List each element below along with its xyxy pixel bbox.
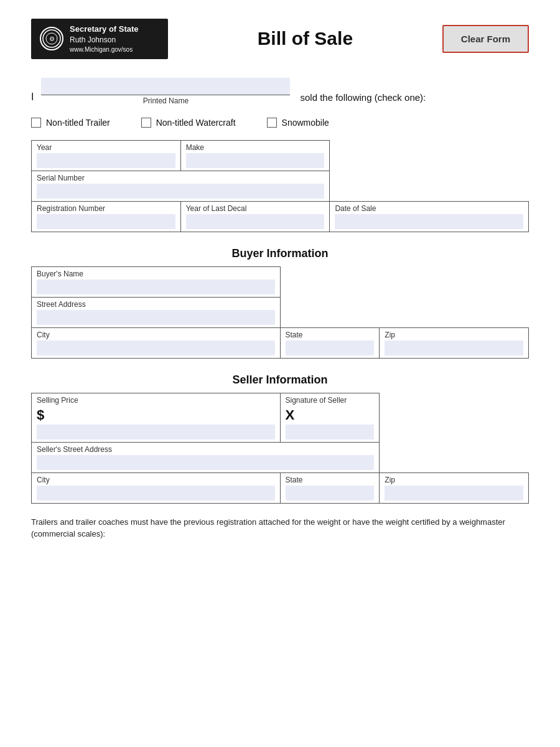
- year-label: Year: [37, 143, 175, 152]
- buyer-zip-cell: Zip: [380, 327, 529, 358]
- date-of-sale-input[interactable]: [335, 214, 523, 229]
- seller-city-input[interactable]: [37, 486, 275, 500]
- seller-zip-cell: Zip: [380, 472, 529, 503]
- selling-price-input[interactable]: [37, 425, 275, 439]
- make-input[interactable]: [186, 153, 325, 168]
- logo-name: Ruth Johnson: [70, 35, 139, 45]
- serial-number-label: Serial Number: [37, 174, 324, 182]
- registration-number-cell: Registration Number: [32, 201, 181, 232]
- svg-text:⚙: ⚙: [49, 35, 55, 42]
- clear-form-button[interactable]: Clear Form: [442, 25, 529, 53]
- date-of-sale-cell: Date of Sale: [330, 201, 529, 232]
- seller-zip-input[interactable]: [385, 486, 523, 500]
- buyer-name-cell: Buyer's Name: [32, 266, 281, 297]
- buyer-city-label: City: [37, 331, 275, 339]
- checkbox-row: Non-titled Trailer Non-titled Watercraft…: [31, 118, 529, 128]
- buyer-zip-input[interactable]: [385, 341, 523, 355]
- seller-city-state-zip-row: City State Zip: [32, 472, 529, 503]
- seal-icon: ⚙: [40, 27, 63, 50]
- buyer-zip-label: Zip: [385, 331, 523, 339]
- buyer-state-cell: State: [280, 327, 380, 358]
- buyer-name-label: Buyer's Name: [37, 270, 275, 278]
- seller-street-row: Seller's Street Address: [32, 442, 529, 472]
- checkbox-non-titled-trailer-input[interactable]: [31, 118, 41, 128]
- page-header: ⚙ Secretary of State Ruth Johnson www.Mi…: [31, 19, 529, 59]
- buyer-city-cell: City: [32, 327, 281, 358]
- printed-name-section: I Printed Name sold the following (check…: [31, 78, 529, 105]
- checkbox-non-titled-trailer[interactable]: Non-titled Trailer: [31, 118, 110, 128]
- price-dollar-symbol: $: [37, 407, 275, 423]
- seller-zip-label: Zip: [385, 476, 523, 484]
- vehicle-table: Year Make Serial Number Registration Num…: [31, 140, 529, 232]
- logo-text: Secretary of State Ruth Johnson www.Mich…: [70, 24, 139, 54]
- year-last-decal-label: Year of Last Decal: [186, 204, 325, 213]
- year-input[interactable]: [37, 153, 175, 168]
- registration-number-input[interactable]: [37, 214, 175, 229]
- seller-price-sig-row: Selling Price $ Signature of Seller X: [32, 393, 529, 442]
- seller-section-title: Seller Information: [31, 374, 529, 387]
- seller-city-label: City: [37, 476, 275, 484]
- buyer-city-state-zip-row: City State Zip: [32, 327, 529, 358]
- selling-price-label: Selling Price: [37, 396, 275, 405]
- buyer-street-input[interactable]: [37, 310, 275, 325]
- vehicle-row-reg-decal-sale: Registration Number Year of Last Decal D…: [32, 201, 529, 232]
- sig-x-mark: X: [286, 407, 375, 423]
- logo-box: ⚙ Secretary of State Ruth Johnson www.Mi…: [31, 19, 168, 59]
- checkbox-non-titled-watercraft-input[interactable]: [141, 118, 151, 128]
- buyer-street-row: Street Address: [32, 297, 529, 327]
- seller-state-cell: State: [280, 472, 380, 503]
- seller-street-label: Seller's Street Address: [37, 445, 374, 454]
- checkbox-snowmobile[interactable]: Snowmobile: [267, 118, 329, 128]
- buyer-name-row: Buyer's Name: [32, 266, 529, 297]
- logo-url: www.Michigan.gov/sos: [70, 45, 139, 54]
- buyer-street-label: Street Address: [37, 300, 275, 309]
- serial-number-input[interactable]: [37, 184, 324, 199]
- page-title: Bill of Sale: [168, 28, 442, 49]
- seller-street-input[interactable]: [37, 455, 374, 470]
- buyer-name-input[interactable]: [37, 280, 275, 294]
- buyer-street-cell: Street Address: [32, 297, 281, 327]
- printed-name-input[interactable]: [41, 78, 290, 95]
- serial-number-cell: Serial Number: [32, 171, 330, 201]
- printed-name-label: Printed Name: [143, 96, 189, 105]
- vehicle-row-year-make: Year Make: [32, 140, 529, 171]
- seller-signature-input[interactable]: [286, 425, 375, 439]
- i-label: I: [31, 92, 34, 103]
- buyer-state-label: State: [286, 331, 375, 339]
- buyer-city-input[interactable]: [37, 341, 275, 355]
- buyer-section-title: Buyer Information: [31, 247, 529, 260]
- selling-price-cell: Selling Price $: [32, 393, 281, 442]
- seller-table: Selling Price $ Signature of Seller X Se…: [31, 393, 529, 504]
- checkbox-snowmobile-input[interactable]: [267, 118, 277, 128]
- registration-number-label: Registration Number: [37, 204, 175, 213]
- signature-of-seller-cell: Signature of Seller X: [280, 393, 380, 442]
- year-last-decal-cell: Year of Last Decal: [180, 201, 330, 232]
- logo-org: Secretary of State: [70, 24, 139, 35]
- seller-state-label: State: [286, 476, 375, 484]
- checkbox-non-titled-watercraft[interactable]: Non-titled Watercraft: [141, 118, 236, 128]
- year-last-decal-input[interactable]: [186, 214, 325, 229]
- seller-city-cell: City: [32, 472, 281, 503]
- vehicle-row-serial: Serial Number: [32, 171, 529, 201]
- make-label: Make: [186, 143, 325, 152]
- seller-state-input[interactable]: [286, 486, 375, 500]
- checkbox-snowmobile-label: Snowmobile: [282, 118, 329, 128]
- buyer-table: Buyer's Name Street Address City State Z…: [31, 266, 529, 359]
- year-cell: Year: [32, 140, 181, 171]
- sold-text: sold the following (check one):: [300, 92, 426, 103]
- footer-note: Trailers and trailer coaches must have t…: [31, 516, 529, 540]
- checkbox-non-titled-watercraft-label: Non-titled Watercraft: [156, 118, 236, 128]
- seller-street-cell: Seller's Street Address: [32, 442, 380, 472]
- signature-of-seller-label: Signature of Seller: [286, 396, 375, 405]
- make-cell: Make: [180, 140, 330, 171]
- date-of-sale-label: Date of Sale: [335, 204, 523, 213]
- checkbox-non-titled-trailer-label: Non-titled Trailer: [46, 118, 110, 128]
- printed-name-wrapper: Printed Name: [41, 78, 290, 105]
- buyer-state-input[interactable]: [286, 341, 375, 355]
